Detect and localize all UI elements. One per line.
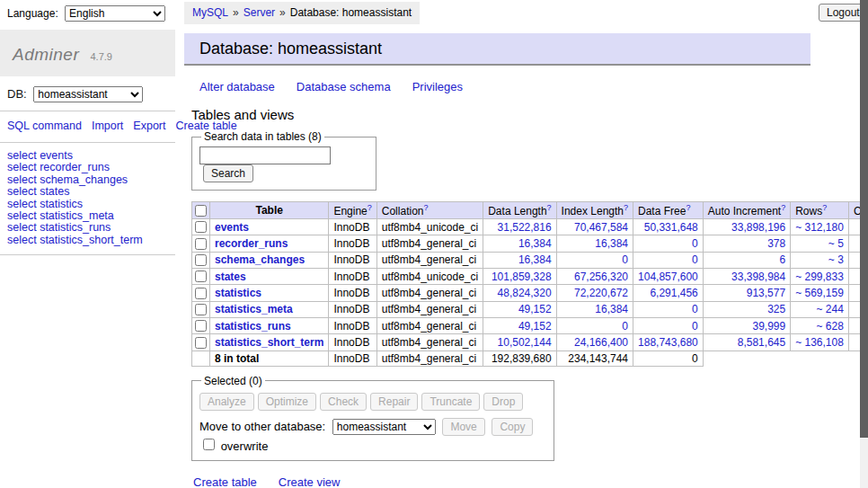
rows-cell: ~ 244: [791, 301, 849, 317]
sidebar-select-link[interactable]: select schema_changes: [7, 174, 175, 186]
breadcrumb-mysql-link[interactable]: MySQL: [192, 6, 228, 19]
table-name-link[interactable]: statistics_short_term: [215, 336, 323, 349]
column-help-icon[interactable]: ?: [423, 203, 428, 212]
vertical-scrollbar[interactable]: [860, 0, 868, 488]
selected-action-button: Optimize: [258, 393, 316, 411]
create-links: Create tableCreate view: [193, 475, 810, 488]
table-footer-row: 8 in total InnoDB utf8mb4_general_ci 192…: [192, 350, 868, 366]
data-free-cell: 0: [633, 317, 704, 333]
search-legend: Search data in tables (8): [201, 130, 324, 143]
tables-heading: Tables and views: [191, 107, 810, 122]
column-help-icon[interactable]: ?: [547, 203, 552, 212]
column-help-icon[interactable]: ?: [781, 203, 785, 212]
sidebar-select-link[interactable]: select events: [7, 150, 175, 162]
selected-action-button: Truncate: [421, 393, 480, 411]
database-action-link[interactable]: Privileges: [412, 80, 463, 93]
sidebar-action-link[interactable]: Import: [92, 120, 123, 132]
column-help-icon[interactable]: ?: [624, 203, 628, 212]
create-link[interactable]: Create view: [279, 475, 341, 488]
data-free-cell: 0: [633, 235, 704, 252]
sidebar-select-link[interactable]: select statistics_short_term: [7, 235, 175, 246]
table-row: statistics_short_termInnoDButf8mb4_gener…: [192, 334, 868, 350]
sidebar-divider: [0, 111, 175, 111]
row-checkbox[interactable]: [195, 221, 207, 233]
db-select[interactable]: homeassistant: [33, 86, 143, 102]
column-header-data-length: Data Length?: [483, 202, 556, 219]
sidebar-select-link[interactable]: select statistics_meta: [7, 210, 175, 222]
table-body: eventsInnoDButf8mb4_unicode_ci31,522,816…: [192, 219, 868, 351]
row-checkbox[interactable]: [195, 238, 207, 250]
row-checkbox-cell: [192, 235, 210, 252]
data-length-cell: 101,859,328: [483, 268, 556, 284]
index-length-cell: 0: [556, 317, 633, 333]
table-row: eventsInnoDButf8mb4_unicode_ci31,522,816…: [192, 219, 868, 235]
column-help-icon[interactable]: ?: [368, 203, 372, 212]
search-input[interactable]: [199, 146, 331, 164]
column-header-data-free: Data Free?: [633, 202, 704, 219]
select-all-checkbox[interactable]: [195, 205, 207, 217]
column-label: Collation: [382, 205, 424, 217]
table-row: statesInnoDButf8mb4_unicode_ci101,859,32…: [192, 268, 868, 284]
row-checkbox[interactable]: [195, 304, 207, 315]
table-name-cell: recorder_runs: [210, 235, 329, 252]
sidebar-action-link[interactable]: Export: [133, 120, 165, 132]
table-header-row: TableEngine?Collation?Data Length?Index …: [192, 202, 868, 219]
search-fieldset: Search data in tables (8) Search: [191, 130, 376, 191]
table-row: recorder_runsInnoDButf8mb4_general_ci16,…: [192, 235, 868, 252]
move-db-select[interactable]: homeassistant: [332, 419, 436, 435]
table-name-link[interactable]: recorder_runs: [215, 237, 288, 250]
footer-collation: utf8mb4_general_ci: [376, 350, 483, 366]
footer-engine: InnoDB: [329, 350, 376, 366]
table-row: schema_changesInnoDButf8mb4_general_ci16…: [192, 252, 868, 268]
column-help-icon[interactable]: ?: [822, 203, 827, 212]
table-name-link[interactable]: schema_changes: [215, 253, 305, 266]
database-action-link[interactable]: Database schema: [297, 80, 391, 93]
footer-data-length: 192,839,680: [483, 350, 556, 366]
engine-cell: InnoDB: [329, 301, 376, 317]
index-length-cell: 70,467,584: [556, 219, 633, 235]
sidebar-divider: [0, 142, 175, 143]
sidebar: Language: English Adminer 4.7.9 DB: home…: [0, 0, 175, 262]
index-length-cell: 67,256,320: [556, 268, 633, 284]
sidebar-select-link[interactable]: select recorder_runs: [7, 162, 175, 173]
db-label: DB:: [7, 87, 27, 101]
selected-fieldset: Selected (0) AnalyzeOptimizeCheckRepairT…: [191, 375, 554, 461]
breadcrumb-server-link[interactable]: Server: [244, 6, 275, 19]
tables-and-views-table: TableEngine?Collation?Data Length?Index …: [191, 201, 868, 367]
index-length-cell: 16,384: [556, 235, 633, 252]
search-button[interactable]: Search: [203, 164, 253, 182]
collation-cell: utf8mb4_general_ci: [376, 317, 483, 333]
sidebar-select-link[interactable]: select statistics: [7, 199, 175, 210]
row-checkbox[interactable]: [195, 320, 207, 332]
table-name-link[interactable]: statistics_runs: [215, 320, 291, 333]
data-length-cell: 31,522,816: [483, 219, 556, 235]
create-link[interactable]: Create table: [193, 475, 257, 488]
overwrite-checkbox[interactable]: [203, 439, 215, 450]
column-help-icon[interactable]: ?: [686, 203, 690, 212]
table-name-cell: statistics_short_term: [210, 334, 329, 350]
selected-legend: Selected (0): [201, 375, 265, 387]
collation-cell: utf8mb4_general_ci: [376, 252, 483, 268]
data-free-cell: 0: [633, 301, 704, 317]
scrollbar-thumb[interactable]: [860, 0, 868, 438]
overwrite-label: overwrite: [221, 439, 269, 453]
row-checkbox[interactable]: [195, 254, 207, 266]
table-name-link[interactable]: statistics: [215, 287, 261, 299]
rows-cell: ~ 5: [791, 235, 849, 252]
engine-cell: InnoDB: [329, 317, 376, 333]
database-action-link[interactable]: Alter database: [199, 80, 275, 93]
sidebar-select-link[interactable]: select statistics_runs: [7, 222, 175, 234]
column-header-index-length: Index Length?: [556, 202, 633, 219]
row-checkbox[interactable]: [195, 271, 207, 282]
language-select[interactable]: English: [65, 5, 165, 22]
table-name-link[interactable]: statistics_meta: [215, 303, 293, 315]
row-checkbox[interactable]: [195, 337, 207, 349]
auto-increment-cell: 33,398,984: [703, 268, 790, 284]
sidebar-action-link[interactable]: SQL command: [7, 120, 82, 132]
row-checkbox[interactable]: [195, 288, 207, 299]
auto-increment-cell: 913,577: [703, 285, 790, 301]
table-name-link[interactable]: states: [215, 271, 246, 283]
sidebar-select-link[interactable]: select states: [7, 186, 175, 198]
table-name-link[interactable]: events: [215, 221, 249, 234]
sidebar-table-links: select eventsselect recorder_runsselect …: [7, 150, 175, 246]
